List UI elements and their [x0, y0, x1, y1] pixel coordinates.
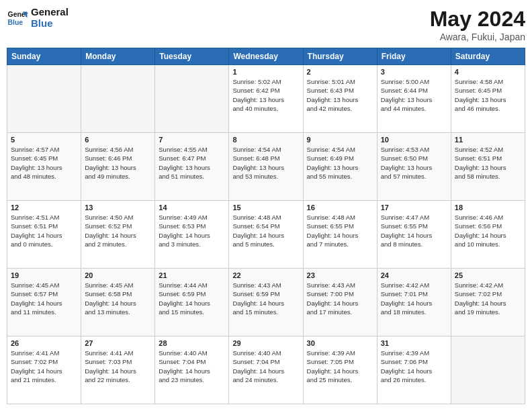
calendar-cell: 19Sunrise: 4:45 AM Sunset: 6:57 PM Dayli…	[7, 269, 81, 336]
day-info: Sunrise: 4:42 AM Sunset: 7:02 PM Dayligh…	[455, 281, 521, 316]
day-number: 4	[455, 68, 521, 76]
day-info: Sunrise: 4:58 AM Sunset: 6:45 PM Dayligh…	[455, 77, 521, 113]
day-info: Sunrise: 4:41 AM Sunset: 7:02 PM Dayligh…	[11, 349, 77, 384]
calendar-cell: 28Sunrise: 4:40 AM Sunset: 7:04 PM Dayli…	[155, 336, 229, 404]
calendar-cell: 14Sunrise: 4:49 AM Sunset: 6:53 PM Dayli…	[155, 201, 229, 269]
calendar-cell: 17Sunrise: 4:47 AM Sunset: 6:55 PM Dayli…	[377, 201, 451, 269]
day-number: 9	[307, 136, 373, 144]
day-info: Sunrise: 4:47 AM Sunset: 6:55 PM Dayligh…	[381, 213, 447, 248]
calendar-header-row: SundayMondayTuesdayWednesdayThursdayFrid…	[7, 48, 525, 65]
day-number: 31	[381, 339, 447, 347]
calendar-cell: 29Sunrise: 4:40 AM Sunset: 7:04 PM Dayli…	[229, 336, 303, 404]
day-info: Sunrise: 4:48 AM Sunset: 6:55 PM Dayligh…	[307, 213, 373, 248]
subtitle: Awara, Fukui, Japan	[430, 32, 525, 42]
day-info: Sunrise: 4:40 AM Sunset: 7:04 PM Dayligh…	[232, 349, 299, 384]
calendar-week-row: 12Sunrise: 4:51 AM Sunset: 6:51 PM Dayli…	[7, 201, 525, 269]
header: General Blue General Blue May 2024 Awara…	[7, 7, 525, 42]
day-number: 16	[307, 203, 373, 212]
day-info: Sunrise: 4:43 AM Sunset: 6:59 PM Dayligh…	[232, 281, 299, 316]
calendar-cell: 5Sunrise: 4:57 AM Sunset: 6:45 PM Daylig…	[7, 133, 81, 201]
calendar-cell: 20Sunrise: 4:45 AM Sunset: 6:58 PM Dayli…	[81, 269, 155, 336]
calendar-week-row: 5Sunrise: 4:57 AM Sunset: 6:45 PM Daylig…	[7, 133, 525, 201]
main-title: May 2024	[430, 7, 525, 32]
calendar-cell: 25Sunrise: 4:42 AM Sunset: 7:02 PM Dayli…	[451, 269, 525, 336]
calendar-cell: 23Sunrise: 4:43 AM Sunset: 7:00 PM Dayli…	[303, 269, 377, 336]
calendar-cell: 3Sunrise: 5:00 AM Sunset: 6:44 PM Daylig…	[377, 65, 451, 133]
page: General Blue General Blue May 2024 Awara…	[0, 0, 532, 411]
day-info: Sunrise: 4:42 AM Sunset: 7:01 PM Dayligh…	[381, 281, 447, 316]
day-number: 11	[455, 136, 521, 144]
calendar-cell	[7, 65, 81, 133]
day-number: 23	[307, 271, 373, 279]
day-number: 29	[232, 339, 299, 347]
calendar-cell: 24Sunrise: 4:42 AM Sunset: 7:01 PM Dayli…	[377, 269, 451, 336]
day-number: 10	[381, 136, 447, 144]
calendar-cell: 7Sunrise: 4:55 AM Sunset: 6:47 PM Daylig…	[155, 133, 229, 201]
day-number: 7	[159, 136, 225, 144]
day-number: 3	[381, 68, 447, 76]
day-info: Sunrise: 4:54 AM Sunset: 6:48 PM Dayligh…	[232, 145, 299, 181]
calendar-cell	[451, 336, 525, 404]
day-number: 25	[455, 271, 521, 279]
day-number: 6	[85, 136, 151, 144]
logo-icon: General Blue	[7, 7, 28, 29]
day-number: 5	[11, 136, 77, 144]
day-info: Sunrise: 4:46 AM Sunset: 6:56 PM Dayligh…	[455, 213, 521, 248]
day-info: Sunrise: 4:51 AM Sunset: 6:51 PM Dayligh…	[11, 213, 77, 248]
day-info: Sunrise: 4:40 AM Sunset: 7:04 PM Dayligh…	[159, 349, 225, 384]
calendar-week-row: 26Sunrise: 4:41 AM Sunset: 7:02 PM Dayli…	[7, 336, 525, 404]
day-info: Sunrise: 5:00 AM Sunset: 6:44 PM Dayligh…	[381, 77, 447, 113]
calendar-cell: 31Sunrise: 4:39 AM Sunset: 7:06 PM Dayli…	[377, 336, 451, 404]
calendar-table: SundayMondayTuesdayWednesdayThursdayFrid…	[7, 48, 525, 404]
day-info: Sunrise: 5:01 AM Sunset: 6:43 PM Dayligh…	[307, 77, 373, 113]
day-number: 17	[381, 203, 447, 212]
logo: General Blue General Blue	[7, 7, 69, 29]
day-number: 1	[232, 68, 299, 76]
day-info: Sunrise: 4:49 AM Sunset: 6:53 PM Dayligh…	[159, 213, 225, 248]
day-number: 8	[232, 136, 299, 144]
calendar-cell: 30Sunrise: 4:39 AM Sunset: 7:05 PM Dayli…	[303, 336, 377, 404]
svg-text:Blue: Blue	[8, 18, 24, 26]
day-info: Sunrise: 4:41 AM Sunset: 7:03 PM Dayligh…	[85, 349, 151, 384]
day-info: Sunrise: 4:45 AM Sunset: 6:57 PM Dayligh…	[11, 281, 77, 316]
calendar-cell: 8Sunrise: 4:54 AM Sunset: 6:48 PM Daylig…	[229, 133, 303, 201]
calendar-cell: 18Sunrise: 4:46 AM Sunset: 6:56 PM Dayli…	[451, 201, 525, 269]
calendar-header-saturday: Saturday	[451, 48, 525, 65]
calendar-cell: 13Sunrise: 4:50 AM Sunset: 6:52 PM Dayli…	[81, 201, 155, 269]
calendar-cell: 27Sunrise: 4:41 AM Sunset: 7:03 PM Dayli…	[81, 336, 155, 404]
day-info: Sunrise: 4:45 AM Sunset: 6:58 PM Dayligh…	[85, 281, 151, 316]
title-section: May 2024 Awara, Fukui, Japan	[430, 7, 525, 42]
day-info: Sunrise: 4:50 AM Sunset: 6:52 PM Dayligh…	[85, 213, 151, 248]
calendar-cell: 9Sunrise: 4:54 AM Sunset: 6:49 PM Daylig…	[303, 133, 377, 201]
day-info: Sunrise: 5:02 AM Sunset: 6:42 PM Dayligh…	[232, 77, 299, 113]
calendar-cell	[155, 65, 229, 133]
calendar-cell: 10Sunrise: 4:53 AM Sunset: 6:50 PM Dayli…	[377, 133, 451, 201]
day-info: Sunrise: 4:39 AM Sunset: 7:06 PM Dayligh…	[381, 349, 447, 384]
day-number: 14	[159, 203, 225, 212]
calendar-cell: 15Sunrise: 4:48 AM Sunset: 6:54 PM Dayli…	[229, 201, 303, 269]
calendar-header-friday: Friday	[377, 48, 451, 65]
calendar-cell: 22Sunrise: 4:43 AM Sunset: 6:59 PM Dayli…	[229, 269, 303, 336]
day-info: Sunrise: 4:48 AM Sunset: 6:54 PM Dayligh…	[232, 213, 299, 248]
day-number: 20	[85, 271, 151, 279]
calendar-header-tuesday: Tuesday	[155, 48, 229, 65]
calendar-header-monday: Monday	[81, 48, 155, 65]
logo-blue: Blue	[31, 18, 69, 30]
day-number: 12	[11, 203, 77, 212]
calendar-header-wednesday: Wednesday	[229, 48, 303, 65]
calendar-week-row: 19Sunrise: 4:45 AM Sunset: 6:57 PM Dayli…	[7, 269, 525, 336]
day-number: 27	[85, 339, 151, 347]
calendar-cell: 2Sunrise: 5:01 AM Sunset: 6:43 PM Daylig…	[303, 65, 377, 133]
day-info: Sunrise: 4:43 AM Sunset: 7:00 PM Dayligh…	[307, 281, 373, 316]
day-number: 30	[307, 339, 373, 347]
day-info: Sunrise: 4:53 AM Sunset: 6:50 PM Dayligh…	[381, 145, 447, 181]
day-number: 15	[232, 203, 299, 212]
day-info: Sunrise: 4:56 AM Sunset: 6:46 PM Dayligh…	[85, 145, 151, 181]
calendar-cell: 26Sunrise: 4:41 AM Sunset: 7:02 PM Dayli…	[7, 336, 81, 404]
calendar-header-thursday: Thursday	[303, 48, 377, 65]
calendar-cell: 21Sunrise: 4:44 AM Sunset: 6:59 PM Dayli…	[155, 269, 229, 336]
day-number: 22	[232, 271, 299, 279]
calendar-cell: 1Sunrise: 5:02 AM Sunset: 6:42 PM Daylig…	[229, 65, 303, 133]
day-info: Sunrise: 4:44 AM Sunset: 6:59 PM Dayligh…	[159, 281, 225, 316]
day-info: Sunrise: 4:55 AM Sunset: 6:47 PM Dayligh…	[159, 145, 225, 181]
